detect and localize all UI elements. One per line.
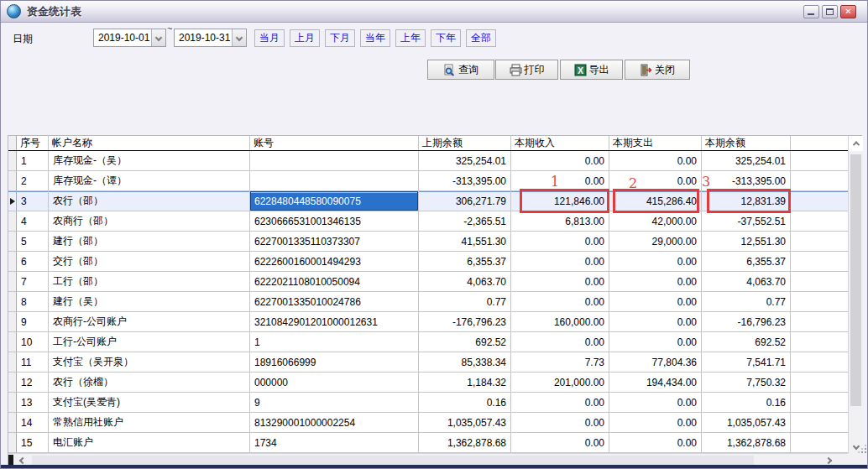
cell-expense[interactable]: 0.00 (609, 332, 702, 352)
cell-seq[interactable]: 15 (17, 433, 49, 453)
cell-extra[interactable] (791, 433, 848, 453)
cell-income[interactable]: 160,000.00 (511, 312, 609, 332)
cell-balance[interactable]: 0.16 (702, 393, 791, 413)
cell-balance[interactable]: 12,831.39 (702, 191, 791, 211)
cell-extra[interactable] (791, 393, 848, 413)
close-form-button[interactable]: 关闭 (625, 60, 690, 80)
cell-balance[interactable]: 692.52 (702, 332, 791, 352)
header-income[interactable]: 本期收入 (511, 136, 609, 150)
cell-income[interactable]: 0.00 (511, 433, 609, 453)
header-expense[interactable]: 本期支出 (609, 136, 702, 150)
cell-seq[interactable]: 1 (17, 151, 49, 171)
cell-account-name[interactable]: 库存现金-（吴） (49, 151, 250, 171)
quick-button-current-year[interactable]: 当年 (360, 29, 390, 47)
cell-account-name[interactable]: 农商行-公司账户 (49, 312, 250, 332)
cell-account-name[interactable]: 支付宝(吴爱青) (49, 393, 250, 413)
cell-income[interactable]: 0.00 (511, 151, 609, 171)
cell-account-number[interactable]: 6222021108010050094 (250, 272, 419, 292)
cell-extra[interactable] (791, 332, 848, 352)
quick-button-prev-year[interactable]: 上年 (395, 29, 426, 47)
cell-prev-balance[interactable]: 0.77 (419, 292, 511, 312)
cell-income[interactable]: 6,813.00 (511, 211, 609, 232)
cell-income[interactable]: 0.00 (511, 232, 609, 252)
cell-account-number[interactable] (250, 151, 419, 171)
date-from-dropdown-button[interactable] (151, 29, 165, 46)
cell-seq[interactable]: 14 (17, 413, 49, 433)
cell-prev-balance[interactable]: -313,395.00 (419, 171, 511, 191)
cell-seq[interactable]: 7 (17, 272, 49, 292)
cell-prev-balance[interactable]: 6,355.37 (419, 252, 511, 272)
vertical-scrollbar[interactable] (848, 136, 863, 453)
cell-extra[interactable] (791, 312, 848, 332)
table-row[interactable]: 1 库存现金-（吴） 325,254.01 0.00 0.00 325,254.… (8, 151, 848, 171)
print-button[interactable]: 打印 (495, 60, 558, 80)
cell-balance[interactable]: 1,362,878.68 (702, 433, 791, 453)
cell-extra[interactable] (791, 232, 848, 252)
cell-account-number[interactable]: 6222600160001494293 (250, 252, 419, 272)
cell-prev-balance[interactable]: -2,365.51 (419, 211, 511, 232)
quick-button-all[interactable]: 全部 (466, 29, 496, 47)
cell-account-number[interactable]: 18916066999 (250, 352, 419, 373)
cell-account-name[interactable]: 建行（吴） (49, 292, 250, 312)
header-prev-balance[interactable]: 上期余额 (419, 136, 511, 150)
cell-expense[interactable]: 0.00 (609, 292, 702, 312)
table-row[interactable]: 2 库存现金-（谭） -313,395.00 0.00 0.00 -313,39… (8, 171, 848, 191)
cell-account-name[interactable]: 电汇账户 (49, 433, 250, 453)
cell-income[interactable]: 0.00 (511, 272, 609, 292)
cell-balance[interactable]: 6,355.37 (702, 252, 791, 272)
window-resize-grip[interactable] (856, 443, 866, 453)
cell-account-name[interactable]: 支付宝（吴开泉） (49, 352, 250, 373)
table-row[interactable]: 6 交行（邵） 6222600160001494293 6,355.37 0.0… (8, 252, 848, 272)
cell-balance[interactable]: 7,750.32 (702, 373, 791, 393)
cell-expense[interactable]: 0.00 (609, 413, 702, 433)
cell-income[interactable]: 201,000.00 (511, 373, 609, 393)
table-row[interactable]: 11 支付宝（吴开泉） 18916066999 85,338.34 7.73 7… (8, 352, 848, 373)
cell-balance[interactable]: 12,551.30 (702, 232, 791, 252)
table-row[interactable]: 7 工行（邵） 6222021108010050094 4,063.70 0.0… (8, 272, 848, 292)
cell-expense[interactable]: 42,000.00 (609, 211, 702, 232)
cell-extra[interactable] (791, 352, 848, 373)
cell-extra[interactable] (791, 211, 848, 232)
cell-account-number[interactable]: 9 (250, 393, 419, 413)
cell-seq[interactable]: 5 (17, 232, 49, 252)
cell-income[interactable]: 0.00 (511, 171, 609, 191)
cell-extra[interactable] (791, 171, 848, 191)
header-account-name[interactable]: 帐户名称 (49, 136, 250, 150)
cell-seq[interactable]: 13 (17, 393, 49, 413)
cell-balance[interactable]: 7,541.71 (702, 352, 791, 373)
maximize-button[interactable] (822, 5, 838, 18)
header-balance[interactable]: 本期余额 (702, 136, 791, 150)
cell-expense[interactable]: 0.00 (609, 393, 702, 413)
cell-extra[interactable] (791, 252, 848, 272)
table-row[interactable]: 5 建行（邵） 6227001335110373307 41,551.30 0.… (8, 232, 848, 252)
cell-extra[interactable] (791, 413, 848, 433)
cell-prev-balance[interactable]: -176,796.23 (419, 312, 511, 332)
cell-balance[interactable]: 0.77 (702, 292, 791, 312)
cell-seq[interactable]: 11 (17, 352, 49, 373)
header-seq[interactable]: 序号 (17, 136, 49, 150)
cell-account-name[interactable]: 工行（邵） (49, 272, 250, 292)
table-row[interactable]: 13 支付宝(吴爱青) 9 0.16 0.00 0.00 0.16 (8, 393, 848, 413)
quick-button-next-month[interactable]: 下月 (325, 29, 355, 47)
date-from-select[interactable]: 2019-10-01 (93, 29, 166, 47)
cell-balance[interactable]: 1,035,057.43 (702, 413, 791, 433)
table-row[interactable]: 10 工行-公司账户 1 692.52 0.00 0.00 692.52 (8, 332, 848, 352)
table-row[interactable]: 4 农商行（邵） 6230666531001346135 -2,365.51 6… (8, 211, 848, 232)
cell-income[interactable]: 0.00 (511, 252, 609, 272)
cell-extra[interactable] (791, 373, 848, 393)
cell-account-name[interactable]: 农行（邵） (49, 191, 250, 211)
table-row[interactable]: 15 电汇账户 1734 1,362,878.68 0.00 0.00 1,36… (8, 433, 848, 453)
quick-button-current-month[interactable]: 当月 (254, 29, 285, 47)
cell-account-name[interactable]: 农商行（邵） (49, 211, 250, 232)
cell-prev-balance[interactable]: 4,063.70 (419, 272, 511, 292)
cell-seq[interactable]: 9 (17, 312, 49, 332)
cell-expense[interactable]: 0.00 (609, 171, 702, 191)
cell-income[interactable]: 7.73 (511, 352, 609, 373)
cell-prev-balance[interactable]: 1,035,057.43 (419, 413, 511, 433)
cell-account-name[interactable]: 农行（徐榴） (49, 373, 250, 393)
cell-account-number[interactable]: 6228480448580090075 (250, 191, 419, 211)
cell-income[interactable]: 0.00 (511, 292, 609, 312)
cell-balance[interactable]: -16,796.23 (702, 312, 791, 332)
cell-seq[interactable]: 10 (17, 332, 49, 352)
cell-balance[interactable]: -313,395.00 (702, 171, 791, 191)
